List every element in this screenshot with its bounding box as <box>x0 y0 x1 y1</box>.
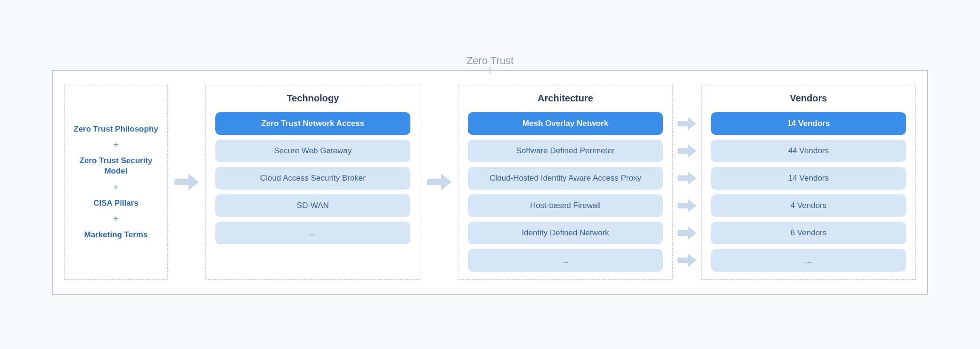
architecture-header: Architecture <box>468 93 663 104</box>
small-arrow-3 <box>678 194 696 217</box>
top-line <box>52 70 928 71</box>
small-arrow-5 <box>678 249 696 272</box>
architecture-item-5[interactable]: ... <box>468 249 663 272</box>
technology-item-2[interactable]: Cloud Access Security Broker <box>215 167 410 190</box>
technology-header: Technology <box>215 93 410 104</box>
technology-item-4[interactable]: ... <box>215 222 410 244</box>
main-content: Zero Trust Philosophy + Zero Trust Secur… <box>52 71 928 295</box>
technology-column: Technology Zero Trust Network Access Sec… <box>205 85 420 280</box>
svg-marker-3 <box>441 174 451 191</box>
architecture-item-4[interactable]: Identity Defined Network <box>468 222 663 244</box>
philosophy-item-1: Zero Trust Philosophy <box>74 124 158 134</box>
philosophy-item-4: Marketing Terms <box>84 230 148 240</box>
philosophy-column: Zero Trust Philosophy + Zero Trust Secur… <box>64 85 168 280</box>
philosophy-item-2: Zero Trust Security Model <box>72 156 160 176</box>
svg-marker-5 <box>688 117 696 130</box>
architecture-item-1[interactable]: Software Defined Perimeter <box>468 140 663 162</box>
svg-marker-9 <box>688 172 696 185</box>
vendors-header: Vendors <box>711 93 906 104</box>
small-arrow-1 <box>678 140 696 162</box>
architecture-item-3[interactable]: Host-based Firewall <box>468 194 663 217</box>
svg-rect-4 <box>678 121 689 126</box>
svg-rect-14 <box>678 258 689 263</box>
arrow-icon-2 <box>427 174 451 191</box>
small-arrow-2 <box>678 167 696 190</box>
philosophy-plus-2: + <box>114 183 119 192</box>
svg-marker-15 <box>688 254 696 267</box>
architecture-item-0[interactable]: Mesh Overlay Network <box>468 112 663 135</box>
technology-item-1[interactable]: Secure Web Gateway <box>215 140 410 162</box>
top-label-row: Zero Trust <box>19 55 961 71</box>
small-arrow-4 <box>678 222 696 244</box>
philosophy-plus-1: + <box>114 140 119 150</box>
technology-item-3[interactable]: SD-WAN <box>215 194 410 217</box>
small-arrow-0 <box>678 112 696 135</box>
arrow-tech-to-arch <box>420 85 458 280</box>
architecture-column: Architecture Mesh Overlay Network Softwa… <box>458 85 673 280</box>
svg-rect-2 <box>427 179 442 185</box>
svg-marker-1 <box>188 174 199 191</box>
vendors-item-4[interactable]: 6 Vendors <box>711 222 906 244</box>
arrow-icon-1 <box>174 174 199 191</box>
svg-rect-10 <box>678 203 689 208</box>
vendors-item-2[interactable]: 14 Vendors <box>711 167 906 190</box>
svg-rect-6 <box>678 148 689 154</box>
vendors-item-3[interactable]: 4 Vendors <box>711 194 906 217</box>
philosophy-plus-3: + <box>114 214 119 224</box>
zero-trust-title: Zero Trust <box>466 55 514 67</box>
architecture-item-2[interactable]: Cloud-Hosted Identity Aware Access Proxy <box>468 167 663 190</box>
vendors-column: Vendors 14 Vendors 44 Vendors 14 Vendors… <box>701 85 916 280</box>
small-arrows-col <box>673 85 701 280</box>
svg-marker-13 <box>688 226 696 240</box>
vendors-item-0[interactable]: 14 Vendors <box>711 112 906 135</box>
vendors-item-1[interactable]: 44 Vendors <box>711 140 906 162</box>
philosophy-item-3: CISA Pillars <box>93 198 139 208</box>
svg-marker-11 <box>688 199 696 212</box>
arrow-philosophy-to-tech <box>168 85 205 280</box>
svg-rect-0 <box>174 179 189 185</box>
technology-item-0[interactable]: Zero Trust Network Access <box>215 112 410 135</box>
vendors-item-5[interactable]: ... <box>711 249 906 272</box>
diagram-wrapper: Zero Trust Zero Trust Philosophy + Zero … <box>19 55 961 295</box>
svg-rect-12 <box>678 230 689 236</box>
svg-rect-8 <box>678 175 689 181</box>
svg-marker-7 <box>688 144 696 158</box>
